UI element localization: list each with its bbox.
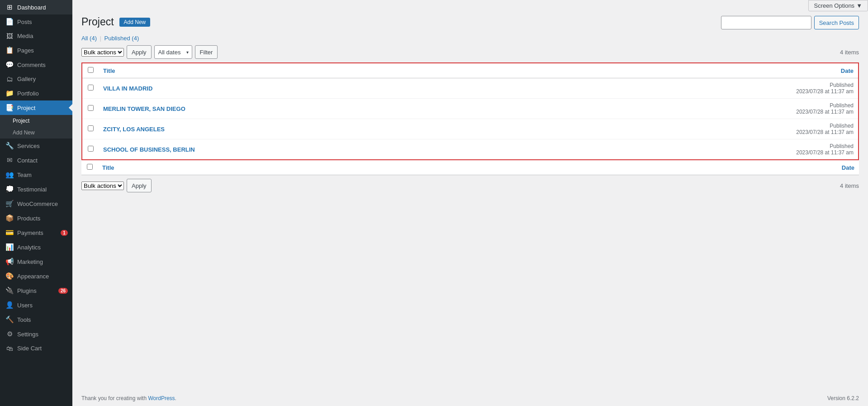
- sub-menu-item-project-add[interactable]: Add New: [0, 127, 72, 139]
- sidebar-item-label: Settings: [17, 331, 68, 338]
- settings-icon: ⚙: [5, 330, 14, 338]
- screen-options-button[interactable]: Screen Options ▼: [808, 0, 868, 11]
- sidebar-item-team[interactable]: 👥Team: [0, 167, 72, 182]
- sidebar-item-dashboard[interactable]: ⊞Dashboard: [0, 0, 72, 14]
- table-header-row: Title Date: [82, 63, 858, 78]
- sidebar-item-marketing[interactable]: 📢Marketing: [0, 254, 72, 269]
- team-icon: 👥: [5, 171, 14, 179]
- top-section: Project Add New Search Posts: [81, 16, 859, 33]
- sidebar-item-plugins[interactable]: 🔌Plugins26: [0, 283, 72, 298]
- footer-text: Thank you for creating with WordPress.: [81, 395, 176, 401]
- published-filter-link[interactable]: Published (4): [104, 35, 139, 42]
- content-area: Project Add New Search Posts All (4) | P…: [72, 11, 868, 391]
- row-date-cell: Published2023/07/28 at 11:37 am: [556, 78, 858, 99]
- sidebar-item-label: Payments: [17, 229, 57, 236]
- sidebar-item-portfolio[interactable]: 📁Portfolio: [0, 86, 72, 100]
- sidebar-item-gallery[interactable]: 🗂Gallery: [0, 72, 72, 86]
- sidebar-item-label: Marketing: [17, 258, 68, 265]
- sidebar-item-comments[interactable]: 💬Comments: [0, 57, 72, 72]
- search-bar: Search Posts: [721, 16, 859, 29]
- sidebar-item-label: Portfolio: [17, 90, 68, 97]
- side-cart-icon: 🛍: [5, 344, 14, 352]
- analytics-icon: 📊: [5, 243, 14, 251]
- row-title-cell: MERLIN TOWER, SAN DIEGO: [99, 99, 556, 119]
- posts-table-bottom-header: Title Date: [81, 160, 859, 175]
- row-checkbox-4[interactable]: [88, 146, 94, 152]
- sidebar-item-pages[interactable]: 📋Pages: [0, 43, 72, 57]
- services-icon: 🔧: [5, 142, 14, 150]
- col-cb-header: [82, 63, 99, 78]
- col-title-footer[interactable]: Title: [98, 160, 472, 175]
- sidebar-item-payments[interactable]: 💳Payments1: [0, 225, 72, 240]
- filter-button[interactable]: Filter: [195, 45, 218, 59]
- row-date-cell: Published2023/07/28 at 11:37 am: [556, 139, 858, 160]
- sidebar-item-label: Posts: [17, 19, 68, 25]
- row-checkbox-3[interactable]: [88, 125, 94, 131]
- sidebar-item-label: Testimonial: [17, 186, 68, 193]
- payments-badge: 1: [61, 230, 68, 236]
- sidebar-item-label: Appearance: [17, 273, 68, 280]
- bulk-actions-wrapper: Bulk actions: [81, 48, 124, 57]
- sidebar-item-media[interactable]: 🖼Media: [0, 29, 72, 43]
- col-title-header[interactable]: Title: [99, 63, 556, 78]
- sidebar-item-posts[interactable]: 📄Posts: [0, 14, 72, 29]
- sidebar-item-users[interactable]: 👤Users: [0, 298, 72, 312]
- bottom-items-count: 4 items: [840, 182, 859, 189]
- row-checkbox-2[interactable]: [88, 105, 94, 111]
- all-filter-link[interactable]: All (4): [81, 35, 99, 42]
- top-items-count: 4 items: [840, 49, 859, 56]
- sidebar-item-label: Gallery: [17, 76, 68, 82]
- filter-separator: |: [100, 35, 103, 42]
- posts-table: Title Date VILLA IN MADRIDPublished2023/…: [82, 63, 858, 159]
- media-icon: 🖼: [5, 32, 14, 40]
- col-date-header[interactable]: Date: [556, 63, 858, 78]
- sidebar-item-label: Comments: [17, 62, 68, 68]
- sidebar-item-tools[interactable]: 🔨Tools: [0, 312, 72, 327]
- sidebar-item-contact[interactable]: ✉Contact: [0, 153, 72, 167]
- post-title-link[interactable]: MERLIN TOWER, SAN DIEGO: [103, 105, 185, 112]
- bulk-actions-select-bottom[interactable]: Bulk actions: [81, 182, 124, 190]
- footer: Thank you for creating with WordPress. V…: [72, 391, 868, 406]
- sidebar-item-woocommerce[interactable]: 🛒WooCommerce: [0, 196, 72, 211]
- select-all-checkbox-top[interactable]: [88, 67, 94, 73]
- sub-menu-item-project-list[interactable]: Project: [0, 115, 72, 127]
- col-date-footer[interactable]: Date: [472, 160, 859, 175]
- bulk-actions-select-top[interactable]: Bulk actions: [81, 48, 124, 57]
- sidebar-item-settings[interactable]: ⚙Settings: [0, 327, 72, 341]
- page-title: Project: [81, 16, 114, 28]
- sidebar: ⊞Dashboard📄Posts🖼Media📋Pages💬Comments🗂Ga…: [0, 0, 72, 406]
- sidebar-item-testimonial[interactable]: 💭Testimonial: [0, 182, 72, 196]
- row-title-cell: SCHOOL OF BUSINESS, BERLIN: [99, 139, 556, 160]
- date-select[interactable]: All dates: [154, 45, 192, 59]
- sidebar-item-appearance[interactable]: 🎨Appearance: [0, 269, 72, 283]
- bulk-actions-wrapper-bottom: Bulk actions: [81, 182, 124, 190]
- sidebar-item-side-cart[interactable]: 🛍Side Cart: [0, 341, 72, 355]
- table-row: ZCITY, LOS ANGELESPublished2023/07/28 at…: [82, 119, 858, 139]
- posts-table-wrapper: Title Date VILLA IN MADRIDPublished2023/…: [81, 62, 859, 160]
- row-title-cell: VILLA IN MADRID: [99, 78, 556, 99]
- sidebar-item-analytics[interactable]: 📊Analytics: [0, 240, 72, 254]
- main-content: Screen Options ▼ Project Add New Search …: [72, 0, 868, 406]
- screen-options-label: Screen Options: [814, 2, 855, 9]
- apply-button-bottom[interactable]: Apply: [127, 179, 152, 192]
- wordpress-link[interactable]: WordPress: [148, 395, 175, 401]
- sidebar-item-products[interactable]: 📦Products: [0, 211, 72, 225]
- sidebar-item-project[interactable]: 📑Project: [0, 100, 72, 115]
- post-title-link[interactable]: ZCITY, LOS ANGELES: [103, 126, 165, 133]
- apply-button-top[interactable]: Apply: [127, 45, 152, 59]
- date-select-wrapper: All dates: [154, 45, 192, 59]
- portfolio-icon: 📁: [5, 89, 14, 97]
- select-all-checkbox-bottom[interactable]: [87, 164, 93, 170]
- testimonial-icon: 💭: [5, 185, 14, 193]
- post-title-link[interactable]: VILLA IN MADRID: [103, 85, 152, 92]
- active-arrow: [69, 104, 72, 111]
- add-new-button[interactable]: Add New: [119, 18, 151, 27]
- row-checkbox-1[interactable]: [88, 85, 94, 91]
- search-input[interactable]: [721, 16, 811, 29]
- post-title-link[interactable]: SCHOOL OF BUSINESS, BERLIN: [103, 146, 195, 153]
- woocommerce-icon: 🛒: [5, 200, 14, 208]
- search-posts-button[interactable]: Search Posts: [814, 16, 859, 29]
- pages-icon: 📋: [5, 46, 14, 54]
- row-checkbox-cell: [82, 139, 99, 160]
- sidebar-item-services[interactable]: 🔧Services: [0, 139, 72, 153]
